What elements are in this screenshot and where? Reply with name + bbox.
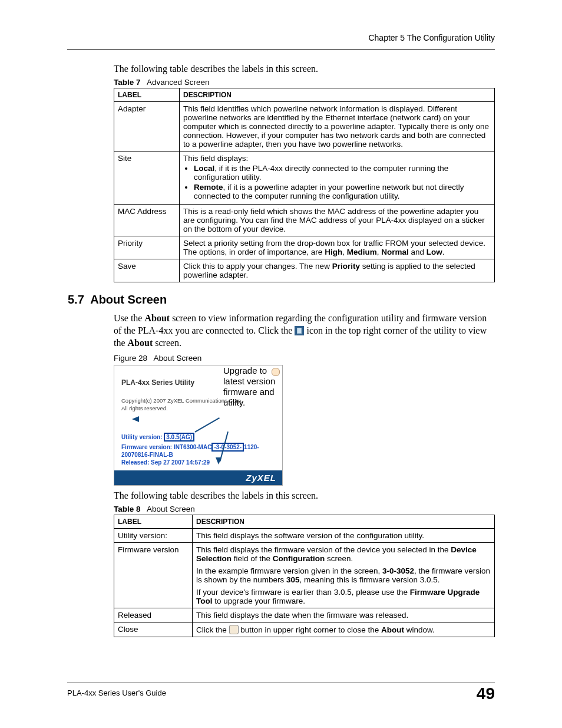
bold-text: Normal xyxy=(381,248,409,256)
table8-caption-title: About Screen xyxy=(147,505,195,513)
bold-text: About xyxy=(128,338,153,348)
text: All rights reserved. xyxy=(121,405,168,411)
table8-caption-num: Table 8 xyxy=(114,505,141,513)
col-label-header: LABEL xyxy=(114,515,193,529)
callout-arrow-head xyxy=(132,416,139,422)
released-value: Sep 27 2007 14:57:29 xyxy=(151,459,210,466)
section-title-text: About Screen xyxy=(90,293,167,306)
table-row: Released This field displays the date wh… xyxy=(114,608,495,622)
fw-para-1: This field displays the firmware version… xyxy=(196,545,491,563)
cell-label: Priority xyxy=(114,236,180,259)
col-desc-header: DESCRIPTION xyxy=(193,515,495,529)
table-advanced-screen: LABEL DESCRIPTION Adapter This field ide… xyxy=(114,88,495,282)
table-row: Save Click this to apply your changes. T… xyxy=(114,259,495,282)
bold-text: 305 xyxy=(286,575,300,584)
text: This field displays the firmware version… xyxy=(196,545,451,554)
text: . xyxy=(442,248,445,256)
text: Released: xyxy=(121,459,151,466)
cell-desc: Click this to apply your changes. The ne… xyxy=(180,259,495,282)
site-intro: This field displays: xyxy=(183,154,248,163)
table7-caption: Table 7 Advanced Screen xyxy=(114,78,495,87)
bold-text: About xyxy=(381,625,404,634)
utility-version-value: 3.0.5(AG) xyxy=(164,433,194,442)
text: field of the xyxy=(232,554,273,563)
released-line: Released: Sep 27 2007 14:57:29 xyxy=(121,459,275,466)
cell-label: Close xyxy=(114,622,193,637)
bold-text: Priority xyxy=(332,262,360,271)
cell-label: Adapter xyxy=(114,102,180,151)
text: Firmware version: xyxy=(121,444,174,450)
section-heading: 5.7 About Screen xyxy=(68,293,495,307)
bold-text: Configuration xyxy=(273,554,325,563)
table-row: Priority Select a priority setting from … xyxy=(114,236,495,259)
table7-caption-num: Table 7 xyxy=(114,78,141,87)
cell-desc: This field displays the firmware version… xyxy=(193,543,495,608)
table-row: MAC Address This is a read-only field wh… xyxy=(114,205,495,236)
col-desc-header: DESCRIPTION xyxy=(180,88,495,102)
bold-text: Low xyxy=(427,248,442,256)
figure-callout-text: Upgrade to latest version firmware and u… xyxy=(223,365,282,408)
figure-num: Figure 28 xyxy=(114,354,147,363)
cell-label: Released xyxy=(114,608,193,622)
text: , meaning this is firmware version 3.0.5… xyxy=(300,575,440,584)
bold-text: 3-0-3052 xyxy=(382,566,414,575)
col-label-header: LABEL xyxy=(114,88,180,102)
firmware-version-line: Firmware version: INT6300-MAC-3-0-3052-1… xyxy=(121,443,275,458)
cell-desc: This field displays the software version… xyxy=(193,529,495,543)
text: window. xyxy=(404,625,435,634)
cell-desc: This field displays the date when the fi… xyxy=(193,608,495,622)
page-footer: PLA-4xx Series User's Guide 49 xyxy=(67,683,495,697)
table8-caption: Table 8 About Screen xyxy=(114,505,495,513)
bold-text: Local xyxy=(194,164,214,173)
cell-label: Utility version: xyxy=(114,529,193,543)
cell-desc: This field identifies which powerline ne… xyxy=(180,102,495,151)
figure28-caption: Figure 28 About Screen xyxy=(114,354,495,363)
about-brand-footer: ZyXEL xyxy=(114,470,282,485)
table-row-header: LABEL DESCRIPTION xyxy=(114,88,495,102)
list-item: Local, if it is the PLA-4xx directly con… xyxy=(194,164,491,182)
list-item: Remote, if it is a powerline adapter in … xyxy=(194,183,491,200)
text: Utility version: xyxy=(121,434,164,440)
section-number: 5.7 xyxy=(68,293,84,306)
table-row: Adapter This field identifies which powe… xyxy=(114,102,495,151)
site-bullet-list: Local, if it is the PLA-4xx directly con… xyxy=(183,164,491,200)
text: In the example firmware version given in… xyxy=(196,566,382,575)
bold-text: Medium xyxy=(347,248,377,256)
footer-guide-title: PLA-4xx Series User's Guide xyxy=(67,689,166,697)
text: Click this to apply your changes. The ne… xyxy=(183,262,332,271)
cell-desc: This field displays: Local, if it is the… xyxy=(180,151,495,205)
cell-desc: Click the button in upper right corner t… xyxy=(193,622,495,637)
text: screen. xyxy=(153,338,181,348)
callout-arrow-head xyxy=(216,457,222,465)
text: to upgrade your firmware. xyxy=(213,597,306,605)
text: and xyxy=(409,248,427,256)
cell-desc: This is a read-only field which shows th… xyxy=(180,205,495,236)
table-row: Utility version: This field displays the… xyxy=(114,529,495,543)
text: If your device's firmware is earlier tha… xyxy=(196,588,410,597)
text: INT6300-MAC xyxy=(174,444,211,450)
bold-text: About xyxy=(144,313,170,323)
bold-text: High xyxy=(325,248,342,256)
fw-para-2: In the example firmware version given in… xyxy=(196,566,491,584)
utility-version-line: Utility version: 3.0.5(AG) xyxy=(121,433,275,442)
intro-para-2: The following table describes the labels… xyxy=(114,490,495,501)
table-row: Close Click the button in upper right co… xyxy=(114,622,495,637)
cell-label: Site xyxy=(114,151,180,205)
cell-label: Save xyxy=(114,259,180,282)
text: Use the xyxy=(114,313,144,323)
page-header-chapter: Chapter 5 The Configuration Utility xyxy=(368,33,495,42)
close-icon xyxy=(229,625,239,634)
bold-text: Remote xyxy=(194,183,223,192)
about-screen-figure: PLA-4xx Series Utility Copyright(c) 2007… xyxy=(114,365,283,486)
text: , if it is a powerline adapter in your p… xyxy=(194,183,464,200)
text: , if it is the PLA-4xx directly connecte… xyxy=(194,164,448,182)
about-icon xyxy=(295,326,304,335)
table-row: Firmware version This field displays the… xyxy=(114,543,495,608)
intro-para-1: The following table describes the labels… xyxy=(114,64,495,74)
page-number: 49 xyxy=(477,684,495,703)
table-row: Site This field displays: Local, if it i… xyxy=(114,151,495,205)
text: button in upper right corner to close th… xyxy=(239,625,381,634)
table-row-header: LABEL DESCRIPTION xyxy=(114,515,495,529)
horizontal-rule-top xyxy=(67,49,495,50)
text: Click the xyxy=(196,625,229,634)
